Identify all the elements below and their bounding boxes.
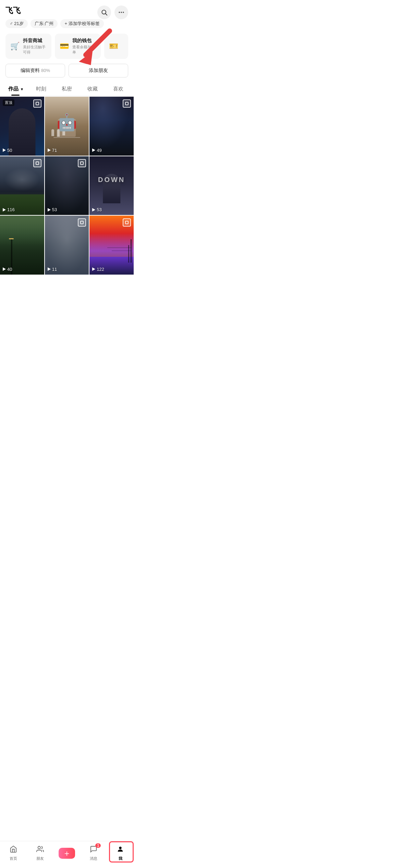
- video-item-6[interactable]: DOWN 53: [89, 156, 134, 215]
- play-icon: [48, 148, 51, 152]
- search-button[interactable]: [97, 5, 111, 19]
- shop-title: 抖音商城: [23, 38, 47, 44]
- power-line-1: [131, 239, 132, 263]
- shop-icon: 🛒: [10, 42, 20, 51]
- emoji-face: 🤖: [57, 114, 77, 131]
- tab-likes[interactable]: 喜欢: [105, 82, 131, 96]
- wallet-title: 我的钱包: [72, 38, 96, 44]
- svg-line-1: [106, 14, 107, 15]
- svg-point-2: [119, 12, 120, 13]
- video-item-8[interactable]: 11: [45, 216, 89, 275]
- shop-card[interactable]: 🛒 抖音商城 美好生活触手可得: [5, 34, 51, 59]
- edit-profile-button[interactable]: 编辑资料 80%: [5, 64, 65, 77]
- wallet-icon: 💳: [60, 42, 69, 51]
- play-icon: [3, 208, 6, 212]
- play-count-3: 49: [92, 148, 101, 153]
- more-card-icon: 🎫: [109, 42, 118, 51]
- age-tag: ♂ 21岁: [5, 19, 28, 28]
- wallet-subtitle: 查看余额与账单: [72, 45, 96, 55]
- tab-favorites[interactable]: 收藏: [80, 82, 105, 96]
- multi-video-icon-9: [123, 218, 131, 227]
- content-tabs: 作品 ▾ 时刻 私密 收藏 喜欢: [0, 82, 134, 96]
- multi-video-icon-4: [33, 159, 41, 167]
- portrait-figure: [9, 108, 35, 155]
- cloud-visual: [4, 168, 40, 192]
- wallet-card[interactable]: 💳 我的钱包 查看余额与账单: [55, 34, 101, 59]
- play-count-2: 71: [48, 148, 57, 153]
- play-icon: [3, 267, 6, 271]
- video-item-9[interactable]: 122: [89, 216, 134, 275]
- video-item-4[interactable]: 116: [0, 156, 44, 215]
- play-count-7: 40: [3, 267, 12, 272]
- sunset-glow: [89, 233, 134, 257]
- tab-private[interactable]: 私密: [54, 82, 80, 96]
- play-icon: [92, 267, 95, 271]
- video-item-7[interactable]: 40: [0, 216, 44, 275]
- play-count-1: 50: [3, 148, 12, 153]
- multi-video-icon: [33, 99, 41, 108]
- play-count-8: 11: [48, 267, 57, 272]
- video-item-1[interactable]: 置顶 50: [0, 97, 44, 156]
- play-icon: [48, 267, 51, 271]
- video-item-5[interactable]: 53: [45, 156, 89, 215]
- multi-video-icon-3: [123, 99, 131, 108]
- play-icon: [92, 208, 95, 212]
- down-text-overlay: DOWN: [98, 176, 125, 184]
- profile-completion: 80%: [41, 68, 50, 73]
- action-buttons-row: 编辑资料 80% 添加朋友: [0, 64, 134, 77]
- video-item-2[interactable]: 🤖 71: [45, 97, 89, 156]
- video-grid: 置顶 50 🤖 71: [0, 97, 134, 275]
- play-count-6: 53: [92, 207, 101, 212]
- play-count-9: 122: [92, 267, 104, 272]
- video-item-3[interactable]: 49: [89, 97, 134, 156]
- pin-badge: 置顶: [3, 99, 14, 106]
- tags-row: ♂ 21岁 广东·广州 + 添加学校等标签: [5, 19, 128, 28]
- play-icon: [48, 208, 51, 212]
- play-count-5: 53: [48, 207, 57, 212]
- tab-moments[interactable]: 时刻: [28, 82, 54, 96]
- shop-card-text: 抖音商城 美好生活触手可得: [23, 38, 47, 55]
- more-card[interactable]: 🎫: [104, 34, 128, 59]
- multi-video-icon-8: [78, 218, 86, 227]
- tab-works-arrow: ▾: [21, 87, 23, 91]
- wallet-card-text: 我的钱包 查看余额与账单: [72, 38, 96, 55]
- tab-works[interactable]: 作品 ▾: [3, 82, 28, 96]
- shop-subtitle: 美好生活触手可得: [23, 45, 47, 55]
- menu-cards-row: 🛒 抖音商城 美好生活触手可得 💳 我的钱包 查看余额与账单 🎫: [0, 34, 134, 59]
- svg-point-3: [121, 12, 122, 13]
- play-icon: [92, 148, 95, 152]
- multi-video-icon-5: [78, 159, 86, 167]
- play-icon: [3, 148, 6, 152]
- location-tag: 广东·广州: [31, 19, 58, 28]
- svg-point-4: [123, 12, 124, 13]
- add-friends-button[interactable]: 添加朋友: [69, 64, 128, 77]
- add-tag-button[interactable]: + 添加学校等标签: [60, 19, 104, 28]
- more-menu-button[interactable]: [114, 5, 128, 19]
- play-count-4: 116: [3, 207, 15, 212]
